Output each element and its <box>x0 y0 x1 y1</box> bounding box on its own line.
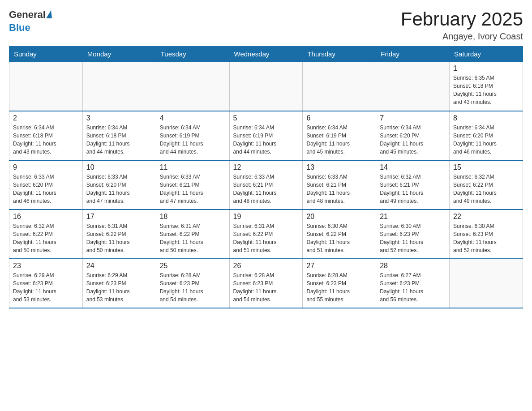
calendar-cell: 22Sunrise: 6:30 AMSunset: 6:23 PMDayligh… <box>450 210 523 259</box>
calendar-cell <box>450 259 523 308</box>
calendar-header: SundayMondayTuesdayWednesdayThursdayFrid… <box>9 47 523 62</box>
day-number: 9 <box>13 163 79 171</box>
day-info: Sunrise: 6:34 AMSunset: 6:19 PMDaylight:… <box>160 124 226 156</box>
week-row-1: 1Sunrise: 6:35 AMSunset: 6:18 PMDaylight… <box>9 62 523 111</box>
day-number: 3 <box>86 114 152 122</box>
title-section: February 2025 Angaye, Ivory Coast <box>401 9 523 42</box>
weekday-header-sunday: Sunday <box>9 47 83 62</box>
day-info: Sunrise: 6:35 AMSunset: 6:18 PMDaylight:… <box>453 74 519 106</box>
day-number: 26 <box>233 262 299 270</box>
day-info: Sunrise: 6:30 AMSunset: 6:22 PMDaylight:… <box>306 222 372 254</box>
calendar-cell: 17Sunrise: 6:31 AMSunset: 6:22 PMDayligh… <box>82 210 156 259</box>
calendar-cell <box>156 62 229 111</box>
day-info: Sunrise: 6:34 AMSunset: 6:18 PMDaylight:… <box>86 124 152 156</box>
calendar-cell: 10Sunrise: 6:33 AMSunset: 6:20 PMDayligh… <box>82 160 156 210</box>
calendar-cell: 26Sunrise: 6:28 AMSunset: 6:23 PMDayligh… <box>229 259 303 308</box>
calendar-cell <box>303 62 376 111</box>
day-info: Sunrise: 6:34 AMSunset: 6:20 PMDaylight:… <box>380 124 446 156</box>
weekday-header-thursday: Thursday <box>303 47 376 62</box>
weekday-header-tuesday: Tuesday <box>156 47 229 62</box>
day-number: 15 <box>453 163 519 171</box>
day-number: 5 <box>233 114 299 122</box>
day-number: 10 <box>86 163 152 171</box>
calendar-cell: 21Sunrise: 6:30 AMSunset: 6:23 PMDayligh… <box>376 210 450 259</box>
day-info: Sunrise: 6:30 AMSunset: 6:23 PMDaylight:… <box>380 222 446 254</box>
calendar-cell: 7Sunrise: 6:34 AMSunset: 6:20 PMDaylight… <box>376 111 450 160</box>
week-row-4: 16Sunrise: 6:32 AMSunset: 6:22 PMDayligh… <box>9 210 523 259</box>
day-number: 17 <box>86 213 152 221</box>
calendar: SundayMondayTuesdayWednesdayThursdayFrid… <box>9 46 523 308</box>
calendar-cell <box>82 62 156 111</box>
calendar-cell: 8Sunrise: 6:34 AMSunset: 6:20 PMDaylight… <box>450 111 523 160</box>
calendar-cell: 16Sunrise: 6:32 AMSunset: 6:22 PMDayligh… <box>9 210 83 259</box>
day-info: Sunrise: 6:27 AMSunset: 6:23 PMDaylight:… <box>380 271 446 304</box>
calendar-cell: 4Sunrise: 6:34 AMSunset: 6:19 PMDaylight… <box>156 111 229 160</box>
month-title: February 2025 <box>401 9 523 30</box>
day-number: 11 <box>160 163 226 171</box>
calendar-cell: 25Sunrise: 6:28 AMSunset: 6:23 PMDayligh… <box>156 259 229 308</box>
weekday-header-monday: Monday <box>82 47 156 62</box>
logo-blue-text: Blue <box>9 22 30 33</box>
day-number: 7 <box>380 114 446 122</box>
day-number: 6 <box>306 114 372 122</box>
day-info: Sunrise: 6:29 AMSunset: 6:23 PMDaylight:… <box>86 271 152 304</box>
day-number: 19 <box>233 213 299 221</box>
calendar-cell: 5Sunrise: 6:34 AMSunset: 6:19 PMDaylight… <box>229 111 303 160</box>
day-number: 27 <box>306 262 372 270</box>
day-number: 2 <box>13 114 79 122</box>
day-info: Sunrise: 6:30 AMSunset: 6:23 PMDaylight:… <box>453 222 519 254</box>
day-number: 8 <box>453 114 519 122</box>
week-row-2: 2Sunrise: 6:34 AMSunset: 6:18 PMDaylight… <box>9 111 523 160</box>
weekday-header-wednesday: Wednesday <box>229 47 303 62</box>
calendar-cell: 9Sunrise: 6:33 AMSunset: 6:20 PMDaylight… <box>9 160 83 210</box>
week-row-3: 9Sunrise: 6:33 AMSunset: 6:20 PMDaylight… <box>9 160 523 210</box>
day-number: 28 <box>380 262 446 270</box>
calendar-cell: 14Sunrise: 6:32 AMSunset: 6:21 PMDayligh… <box>376 160 450 210</box>
day-number: 13 <box>306 163 372 171</box>
day-info: Sunrise: 6:32 AMSunset: 6:22 PMDaylight:… <box>453 173 519 205</box>
calendar-cell: 20Sunrise: 6:30 AMSunset: 6:22 PMDayligh… <box>303 210 376 259</box>
day-info: Sunrise: 6:32 AMSunset: 6:22 PMDaylight:… <box>13 222 79 254</box>
day-number: 4 <box>160 114 226 122</box>
day-number: 1 <box>453 64 519 73</box>
calendar-cell: 13Sunrise: 6:33 AMSunset: 6:21 PMDayligh… <box>303 160 376 210</box>
day-info: Sunrise: 6:28 AMSunset: 6:23 PMDaylight:… <box>233 271 299 304</box>
calendar-cell: 3Sunrise: 6:34 AMSunset: 6:18 PMDaylight… <box>82 111 156 160</box>
day-number: 25 <box>160 262 226 270</box>
calendar-body: 1Sunrise: 6:35 AMSunset: 6:18 PMDaylight… <box>9 62 523 308</box>
day-number: 22 <box>453 213 519 221</box>
calendar-cell: 24Sunrise: 6:29 AMSunset: 6:23 PMDayligh… <box>82 259 156 308</box>
day-number: 14 <box>380 163 446 171</box>
location: Angaye, Ivory Coast <box>401 31 523 42</box>
day-info: Sunrise: 6:34 AMSunset: 6:19 PMDaylight:… <box>306 124 372 156</box>
day-info: Sunrise: 6:33 AMSunset: 6:21 PMDaylight:… <box>233 173 299 205</box>
weekday-header-row: SundayMondayTuesdayWednesdayThursdayFrid… <box>9 47 523 62</box>
day-info: Sunrise: 6:31 AMSunset: 6:22 PMDaylight:… <box>86 222 152 254</box>
day-number: 24 <box>86 262 152 270</box>
calendar-cell: 1Sunrise: 6:35 AMSunset: 6:18 PMDaylight… <box>450 62 523 111</box>
calendar-cell: 15Sunrise: 6:32 AMSunset: 6:22 PMDayligh… <box>450 160 523 210</box>
logo-general-text: General <box>9 9 46 20</box>
calendar-cell: 28Sunrise: 6:27 AMSunset: 6:23 PMDayligh… <box>376 259 450 308</box>
day-number: 20 <box>306 213 372 221</box>
calendar-cell: 12Sunrise: 6:33 AMSunset: 6:21 PMDayligh… <box>229 160 303 210</box>
day-info: Sunrise: 6:33 AMSunset: 6:20 PMDaylight:… <box>86 173 152 205</box>
calendar-cell <box>376 62 450 111</box>
calendar-cell: 27Sunrise: 6:28 AMSunset: 6:23 PMDayligh… <box>303 259 376 308</box>
weekday-header-friday: Friday <box>376 47 450 62</box>
page-header: General Blue February 2025 Angaye, Ivory… <box>9 9 523 42</box>
calendar-cell: 23Sunrise: 6:29 AMSunset: 6:23 PMDayligh… <box>9 259 83 308</box>
day-info: Sunrise: 6:34 AMSunset: 6:18 PMDaylight:… <box>13 124 79 156</box>
calendar-cell: 18Sunrise: 6:31 AMSunset: 6:22 PMDayligh… <box>156 210 229 259</box>
day-number: 16 <box>13 213 79 221</box>
day-number: 23 <box>13 262 79 270</box>
calendar-cell: 2Sunrise: 6:34 AMSunset: 6:18 PMDaylight… <box>9 111 83 160</box>
day-info: Sunrise: 6:31 AMSunset: 6:22 PMDaylight:… <box>160 222 226 254</box>
logo: General Blue <box>9 9 52 34</box>
day-info: Sunrise: 6:33 AMSunset: 6:20 PMDaylight:… <box>13 173 79 205</box>
week-row-5: 23Sunrise: 6:29 AMSunset: 6:23 PMDayligh… <box>9 259 523 308</box>
day-info: Sunrise: 6:29 AMSunset: 6:23 PMDaylight:… <box>13 271 79 304</box>
calendar-cell: 6Sunrise: 6:34 AMSunset: 6:19 PMDaylight… <box>303 111 376 160</box>
day-info: Sunrise: 6:31 AMSunset: 6:22 PMDaylight:… <box>233 222 299 254</box>
calendar-cell <box>229 62 303 111</box>
